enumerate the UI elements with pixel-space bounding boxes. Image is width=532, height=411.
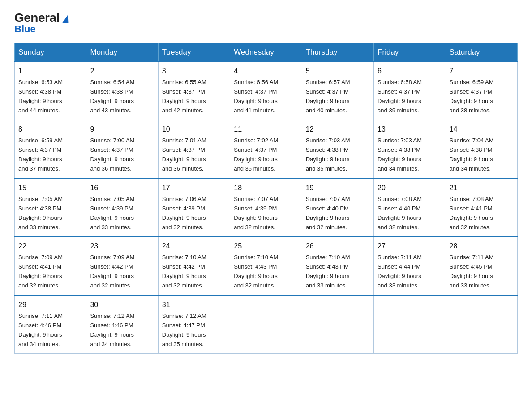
calendar-cell: 3Sunrise: 6:55 AMSunset: 4:37 PMDaylight…: [158, 62, 230, 120]
day-info: Sunrise: 7:01 AMSunset: 4:37 PMDaylight:…: [162, 137, 206, 172]
day-number: 22: [18, 241, 82, 252]
calendar-cell: 19Sunrise: 7:07 AMSunset: 4:40 PMDayligh…: [302, 179, 373, 237]
day-info: Sunrise: 6:59 AMSunset: 4:37 PMDaylight:…: [18, 137, 63, 172]
day-info: Sunrise: 7:09 AMSunset: 4:42 PMDaylight:…: [90, 254, 134, 289]
day-number: 21: [450, 183, 514, 194]
calendar-cell: 17Sunrise: 7:06 AMSunset: 4:39 PMDayligh…: [158, 179, 230, 237]
day-info: Sunrise: 7:11 AMSunset: 4:45 PMDaylight:…: [450, 254, 494, 289]
day-number: 14: [450, 124, 514, 135]
calendar-cell: 26Sunrise: 7:10 AMSunset: 4:43 PMDayligh…: [302, 237, 373, 295]
week-row-1: 1Sunrise: 6:53 AMSunset: 4:38 PMDaylight…: [15, 62, 518, 120]
week-row-5: 29Sunrise: 7:11 AMSunset: 4:46 PMDayligh…: [15, 295, 518, 354]
day-number: 30: [90, 300, 154, 311]
day-info: Sunrise: 7:05 AMSunset: 4:39 PMDaylight:…: [90, 196, 134, 231]
page-header: General Blue: [14, 11, 518, 35]
day-number: 31: [162, 300, 226, 311]
calendar-cell: 8Sunrise: 6:59 AMSunset: 4:37 PMDaylight…: [15, 120, 86, 178]
week-row-3: 15Sunrise: 7:05 AMSunset: 4:38 PMDayligh…: [15, 179, 518, 237]
calendar-cell: 23Sunrise: 7:09 AMSunset: 4:42 PMDayligh…: [86, 237, 158, 295]
day-number: 24: [162, 241, 226, 252]
calendar-cell: 14Sunrise: 7:04 AMSunset: 4:38 PMDayligh…: [446, 120, 517, 178]
day-number: 13: [378, 124, 442, 135]
day-number: 18: [234, 183, 298, 194]
calendar-cell: 27Sunrise: 7:11 AMSunset: 4:44 PMDayligh…: [374, 237, 446, 295]
day-info: Sunrise: 7:12 AMSunset: 4:46 PMDaylight:…: [90, 313, 134, 347]
col-header-saturday: Saturday: [446, 43, 517, 62]
calendar-cell: 15Sunrise: 7:05 AMSunset: 4:38 PMDayligh…: [15, 179, 86, 237]
calendar-cell: 4Sunrise: 6:56 AMSunset: 4:37 PMDaylight…: [230, 62, 302, 120]
day-number: 17: [162, 183, 226, 194]
calendar-cell: 29Sunrise: 7:11 AMSunset: 4:46 PMDayligh…: [15, 295, 86, 354]
day-info: Sunrise: 7:03 AMSunset: 4:38 PMDaylight:…: [378, 137, 422, 172]
logo-blue: Blue: [14, 23, 36, 35]
col-header-thursday: Thursday: [302, 43, 373, 62]
day-number: 26: [306, 241, 370, 252]
day-number: 6: [378, 66, 442, 77]
logo: General Blue: [14, 11, 69, 35]
calendar-cell: 22Sunrise: 7:09 AMSunset: 4:41 PMDayligh…: [15, 237, 86, 295]
day-info: Sunrise: 6:53 AMSunset: 4:38 PMDaylight:…: [18, 79, 63, 114]
calendar-cell: 10Sunrise: 7:01 AMSunset: 4:37 PMDayligh…: [158, 120, 230, 178]
day-info: Sunrise: 6:59 AMSunset: 4:37 PMDaylight:…: [450, 79, 494, 114]
day-number: 29: [18, 300, 82, 311]
day-info: Sunrise: 7:10 AMSunset: 4:43 PMDaylight:…: [234, 254, 278, 289]
day-info: Sunrise: 7:11 AMSunset: 4:46 PMDaylight:…: [18, 313, 63, 347]
day-number: 23: [90, 241, 154, 252]
day-info: Sunrise: 6:55 AMSunset: 4:37 PMDaylight:…: [162, 79, 206, 114]
calendar-cell: 25Sunrise: 7:10 AMSunset: 4:43 PMDayligh…: [230, 237, 302, 295]
calendar-cell: 11Sunrise: 7:02 AMSunset: 4:37 PMDayligh…: [230, 120, 302, 178]
day-info: Sunrise: 6:57 AMSunset: 4:37 PMDaylight:…: [306, 79, 350, 114]
col-header-tuesday: Tuesday: [158, 43, 230, 62]
day-number: 27: [378, 241, 442, 252]
day-number: 19: [306, 183, 370, 194]
day-info: Sunrise: 7:11 AMSunset: 4:44 PMDaylight:…: [378, 254, 422, 289]
day-info: Sunrise: 7:07 AMSunset: 4:39 PMDaylight:…: [234, 196, 278, 231]
day-number: 10: [162, 124, 226, 135]
calendar-cell: 7Sunrise: 6:59 AMSunset: 4:37 PMDaylight…: [446, 62, 517, 120]
day-info: Sunrise: 6:56 AMSunset: 4:37 PMDaylight:…: [234, 79, 278, 114]
col-header-monday: Monday: [86, 43, 158, 62]
day-number: 3: [162, 66, 226, 77]
day-number: 5: [306, 66, 370, 77]
day-info: Sunrise: 7:12 AMSunset: 4:47 PMDaylight:…: [162, 313, 206, 347]
day-info: Sunrise: 7:05 AMSunset: 4:38 PMDaylight:…: [18, 196, 63, 231]
day-info: Sunrise: 7:09 AMSunset: 4:41 PMDaylight:…: [18, 254, 63, 289]
day-number: 9: [90, 124, 154, 135]
calendar-cell: 6Sunrise: 6:58 AMSunset: 4:37 PMDaylight…: [374, 62, 446, 120]
calendar-cell: [446, 295, 517, 354]
day-number: 15: [18, 183, 82, 194]
day-info: Sunrise: 6:58 AMSunset: 4:37 PMDaylight:…: [378, 79, 422, 114]
day-info: Sunrise: 7:08 AMSunset: 4:40 PMDaylight:…: [378, 196, 422, 231]
calendar-cell: 21Sunrise: 7:08 AMSunset: 4:41 PMDayligh…: [446, 179, 517, 237]
calendar-cell: 20Sunrise: 7:08 AMSunset: 4:40 PMDayligh…: [374, 179, 446, 237]
calendar-cell: 1Sunrise: 6:53 AMSunset: 4:38 PMDaylight…: [15, 62, 86, 120]
day-info: Sunrise: 7:08 AMSunset: 4:41 PMDaylight:…: [450, 196, 494, 231]
day-number: 28: [450, 241, 514, 252]
day-number: 16: [90, 183, 154, 194]
day-info: Sunrise: 7:06 AMSunset: 4:39 PMDaylight:…: [162, 196, 206, 231]
calendar-cell: 5Sunrise: 6:57 AMSunset: 4:37 PMDaylight…: [302, 62, 373, 120]
day-info: Sunrise: 6:54 AMSunset: 4:38 PMDaylight:…: [90, 79, 134, 114]
calendar-cell: 31Sunrise: 7:12 AMSunset: 4:47 PMDayligh…: [158, 295, 230, 354]
calendar-cell: 18Sunrise: 7:07 AMSunset: 4:39 PMDayligh…: [230, 179, 302, 237]
calendar-cell: 2Sunrise: 6:54 AMSunset: 4:38 PMDaylight…: [86, 62, 158, 120]
week-row-4: 22Sunrise: 7:09 AMSunset: 4:41 PMDayligh…: [15, 237, 518, 295]
day-info: Sunrise: 7:03 AMSunset: 4:38 PMDaylight:…: [306, 137, 350, 172]
calendar-cell: 13Sunrise: 7:03 AMSunset: 4:38 PMDayligh…: [374, 120, 446, 178]
col-header-wednesday: Wednesday: [230, 43, 302, 62]
day-number: 4: [234, 66, 298, 77]
day-info: Sunrise: 7:02 AMSunset: 4:37 PMDaylight:…: [234, 137, 278, 172]
day-info: Sunrise: 7:07 AMSunset: 4:40 PMDaylight:…: [306, 196, 350, 231]
calendar-table: SundayMondayTuesdayWednesdayThursdayFrid…: [14, 43, 518, 354]
week-row-2: 8Sunrise: 6:59 AMSunset: 4:37 PMDaylight…: [15, 120, 518, 178]
day-info: Sunrise: 7:10 AMSunset: 4:43 PMDaylight:…: [306, 254, 350, 289]
calendar-cell: 30Sunrise: 7:12 AMSunset: 4:46 PMDayligh…: [86, 295, 158, 354]
col-header-sunday: Sunday: [15, 43, 86, 62]
calendar-cell: [374, 295, 446, 354]
day-number: 7: [450, 66, 514, 77]
calendar-cell: 16Sunrise: 7:05 AMSunset: 4:39 PMDayligh…: [86, 179, 158, 237]
day-number: 2: [90, 66, 154, 77]
day-info: Sunrise: 7:00 AMSunset: 4:37 PMDaylight:…: [90, 137, 134, 172]
day-number: 8: [18, 124, 82, 135]
calendar-cell: [302, 295, 373, 354]
